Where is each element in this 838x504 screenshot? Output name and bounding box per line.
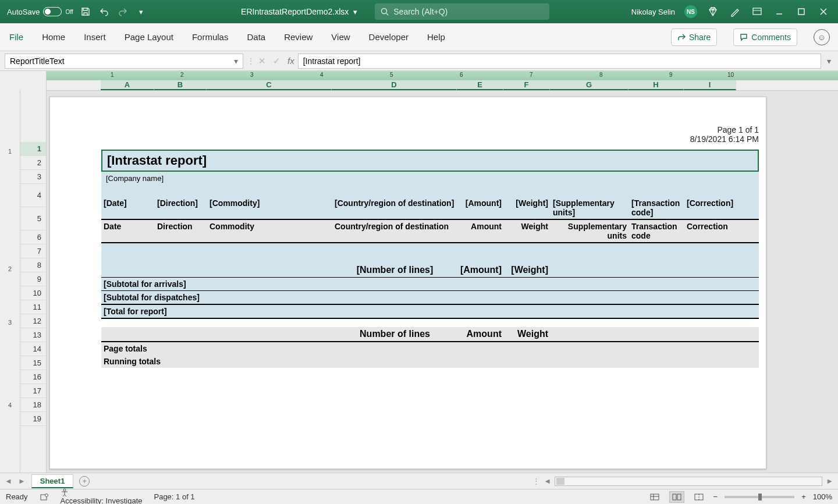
- minimize-icon[interactable]: [773, 5, 786, 18]
- page-totals[interactable]: Page totals: [101, 342, 759, 355]
- zoom-in-icon[interactable]: +: [801, 492, 806, 501]
- tab-insert[interactable]: Insert: [83, 30, 107, 44]
- num-lines-token[interactable]: [Number of lines]: [332, 263, 457, 277]
- comments-button[interactable]: Comments: [733, 29, 797, 46]
- col-header-F[interactable]: F: [503, 80, 550, 90]
- col-header-A[interactable]: A: [101, 80, 154, 90]
- hdr-commodity-token[interactable]: [Commodity]: [207, 197, 332, 219]
- outline-level-2[interactable]: 2: [0, 265, 20, 272]
- user-avatar[interactable]: NS: [684, 5, 697, 18]
- footer-weight[interactable]: Weight: [504, 327, 551, 341]
- scroll-right-icon[interactable]: ►: [826, 477, 833, 485]
- row-header[interactable]: 17: [20, 384, 46, 398]
- total-for-report[interactable]: [Total for report]: [101, 305, 759, 319]
- row-header-1[interactable]: 1: [20, 142, 46, 156]
- outline-level-4[interactable]: 4: [0, 402, 20, 409]
- tab-help[interactable]: Help: [426, 30, 446, 44]
- hdr-direction[interactable]: Direction: [155, 220, 207, 242]
- hdr-supp-token[interactable]: [Supplementary units]: [551, 197, 629, 219]
- outline-column[interactable]: 1 2 3 4: [0, 90, 20, 473]
- undo-icon[interactable]: [98, 5, 111, 18]
- outline-level-3[interactable]: 3: [0, 319, 20, 326]
- pen-icon[interactable]: [729, 5, 741, 18]
- row-header[interactable]: 18: [20, 398, 46, 412]
- running-totals[interactable]: Running totals: [101, 355, 759, 368]
- hdr-country[interactable]: Country/region of destination: [332, 220, 457, 242]
- maximize-icon[interactable]: [795, 5, 808, 18]
- tab-data[interactable]: Data: [246, 30, 267, 44]
- row-header[interactable]: 5: [20, 207, 46, 230]
- tab-scroll-right-icon[interactable]: ►: [18, 477, 26, 485]
- add-sheet-icon[interactable]: +: [79, 476, 90, 487]
- row-header[interactable]: 4: [20, 184, 46, 207]
- row-header[interactable]: 6: [20, 230, 46, 244]
- redo-icon[interactable]: [116, 5, 129, 18]
- scroll-left-icon[interactable]: ◄: [544, 477, 551, 485]
- col-header-E[interactable]: E: [457, 80, 503, 90]
- expand-formula-icon[interactable]: ▾: [825, 56, 833, 66]
- row-header[interactable]: 11: [20, 300, 46, 314]
- col-header-B[interactable]: B: [154, 80, 207, 90]
- diamond-icon[interactable]: [706, 5, 719, 18]
- col-header-D[interactable]: D: [332, 80, 457, 90]
- row-header[interactable]: 9: [20, 272, 46, 286]
- row-header[interactable]: 19: [20, 412, 46, 426]
- normal-view-icon[interactable]: [647, 491, 662, 503]
- page-break-view-icon[interactable]: [691, 491, 706, 503]
- col-header-C[interactable]: C: [207, 80, 332, 90]
- cancel-formula-icon[interactable]: ✕: [258, 56, 266, 66]
- page-layout-view-icon[interactable]: [669, 491, 684, 503]
- enter-formula-icon[interactable]: ✓: [273, 56, 280, 66]
- split-handle-icon[interactable]: ⋮: [532, 477, 540, 485]
- macro-record-icon[interactable]: [40, 492, 49, 502]
- hdr-date-token[interactable]: [Date]: [101, 197, 155, 219]
- row-header[interactable]: 15: [20, 356, 46, 370]
- tab-formulas[interactable]: Formulas: [191, 30, 230, 44]
- zoom-slider[interactable]: [725, 496, 794, 498]
- hdr-country-token[interactable]: [Country/region of destination]: [332, 197, 457, 219]
- outline-level-1[interactable]: 1: [0, 148, 20, 155]
- subtotal-dispatches[interactable]: [Subtotal for dispatches]: [101, 290, 759, 305]
- chevron-down-icon[interactable]: ▾: [234, 56, 238, 66]
- hdr-amount-token[interactable]: [Amount]: [457, 197, 504, 219]
- hdr-date[interactable]: Date: [101, 220, 155, 242]
- qat-overflow-icon[interactable]: ▾: [135, 5, 148, 18]
- save-icon[interactable]: [79, 5, 92, 18]
- tab-file[interactable]: File: [8, 30, 24, 44]
- report-title-cell[interactable]: [Intrastat report]: [101, 150, 759, 172]
- amount-token[interactable]: [Amount]: [457, 263, 504, 277]
- fx-icon[interactable]: fx: [287, 56, 294, 66]
- row-header[interactable]: 10: [20, 286, 46, 300]
- search-box[interactable]: Search (Alt+Q): [375, 3, 549, 20]
- filename-menu-icon[interactable]: ▾: [353, 8, 357, 16]
- row-header[interactable]: 13: [20, 328, 46, 342]
- row-header[interactable]: 12: [20, 314, 46, 328]
- row-header[interactable]: 8: [20, 258, 46, 272]
- company-name-cell[interactable]: [Company name]: [101, 172, 759, 185]
- hdr-txn-token[interactable]: [Transaction code]: [629, 197, 684, 219]
- hdr-weight[interactable]: Weight: [504, 220, 551, 242]
- row-header[interactable]: 7: [20, 244, 46, 258]
- tab-view[interactable]: View: [330, 30, 351, 44]
- sheet-canvas[interactable]: Page 1 of 1 8/19/2021 6:14 PM [Intrastat…: [47, 91, 838, 473]
- feedback-smile-icon[interactable]: ☺: [814, 29, 830, 45]
- col-header-H[interactable]: H: [628, 80, 684, 90]
- hdr-corr[interactable]: Correction: [684, 220, 737, 242]
- ribbon-mode-icon[interactable]: [751, 5, 764, 18]
- accessibility-status[interactable]: Accessibility: Investigate: [61, 488, 143, 504]
- formula-input[interactable]: [Intrastat report]: [298, 54, 821, 69]
- tab-review[interactable]: Review: [283, 30, 314, 44]
- zoom-out-icon[interactable]: −: [713, 492, 718, 501]
- share-button[interactable]: Share: [671, 29, 717, 46]
- hdr-supp[interactable]: Supplementary units: [551, 220, 629, 242]
- sheet-tab-sheet1[interactable]: Sheet1: [31, 474, 74, 488]
- hdr-corr-token[interactable]: [Correction]: [684, 197, 737, 219]
- col-header-I[interactable]: I: [684, 80, 736, 90]
- name-box[interactable]: ReportTitleText ▾: [5, 54, 243, 69]
- footer-amount[interactable]: Amount: [457, 327, 504, 341]
- row-header[interactable]: 3: [20, 170, 46, 184]
- hdr-direction-token[interactable]: [Direction]: [155, 197, 207, 219]
- autosave-toggle[interactable]: AutoSave Off: [7, 7, 73, 16]
- col-header-G[interactable]: G: [550, 80, 628, 90]
- hdr-commodity[interactable]: Commodity: [207, 220, 332, 242]
